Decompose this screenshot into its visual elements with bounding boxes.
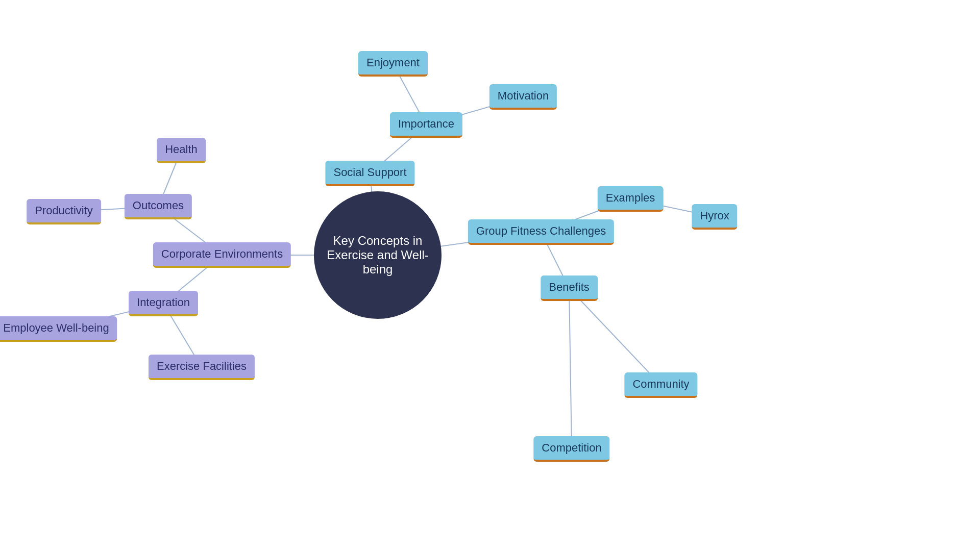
employee-wellbeing-node: Employee Well-being [0,316,117,342]
benefits-node: Benefits [541,276,598,301]
group-fitness-node: Group Fitness Challenges [468,219,614,245]
integration-node: Integration [129,291,198,316]
social-support-node: Social Support [325,161,414,186]
community-node: Community [624,372,697,398]
enjoyment-node: Enjoyment [358,51,428,77]
svg-line-9 [569,288,572,449]
examples-node: Examples [598,186,664,212]
health-node: Health [157,138,206,163]
corporate-env-node: Corporate Environments [153,242,291,268]
center-node: Key Concepts in Exercise and Well-being [314,191,442,319]
exercise-facilities-node: Exercise Facilities [149,355,255,380]
competition-node: Competition [533,436,609,462]
svg-line-8 [569,288,661,385]
importance-node: Importance [390,112,462,138]
motivation-node: Motivation [489,84,557,110]
hyrox-node: Hyrox [692,204,737,230]
productivity-node: Productivity [27,199,101,224]
outcomes-node: Outcomes [125,194,192,219]
